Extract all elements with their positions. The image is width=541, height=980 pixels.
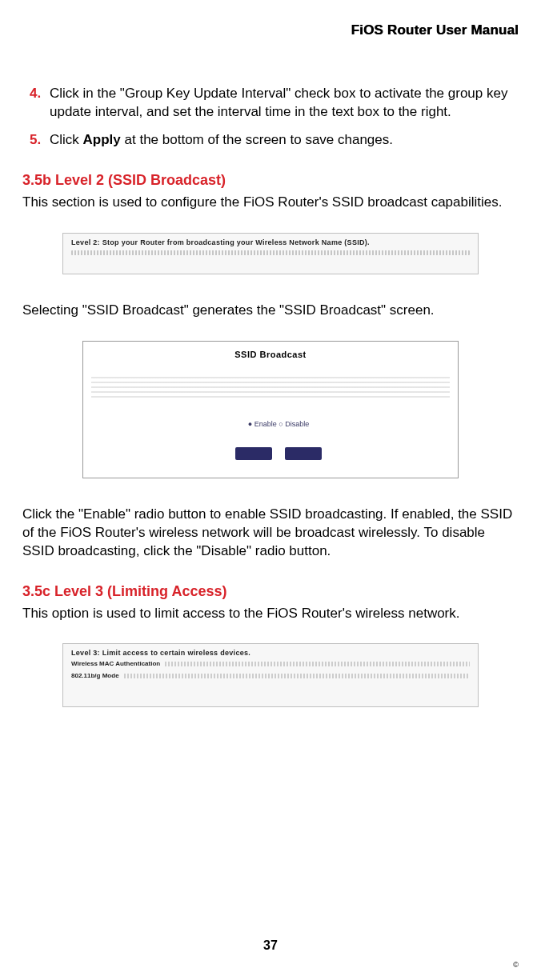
shot3-row2-label: 802.11b/g Mode	[71, 672, 119, 679]
step-list: Click in the "Group Key Update Interval"…	[22, 85, 519, 150]
screenshot-level2-row: Level 2: Stop your Router from broadcast…	[62, 233, 479, 274]
step-5: Click Apply at the bottom of the screen …	[45, 131, 519, 150]
heading-3-5c: 3.5c Level 3 (Limiting Access)	[22, 583, 519, 600]
shot2-buttons	[91, 447, 466, 463]
shot3-row1-label: Wireless MAC Authentication	[71, 660, 160, 667]
caption-ssid: Selecting "SSID Broadcast" generates the…	[22, 302, 519, 320]
shot2-title: SSID Broadcast	[83, 342, 458, 359]
page-number: 37	[0, 938, 541, 953]
step-4-text: Click in the "Group Key Update Interval"…	[50, 86, 507, 119]
step-4: Click in the "Group Key Update Interval"…	[45, 85, 519, 122]
para-enable-disable: Click the "Enable" radio button to enabl…	[22, 506, 519, 561]
step-5-bold: Apply	[83, 132, 121, 147]
shot3-row2-fill	[124, 674, 470, 678]
shot1-line	[71, 250, 470, 255]
step-5-a: Click	[50, 132, 83, 147]
copyright-mark: ©	[513, 961, 519, 969]
shot3-row1-fill	[165, 662, 470, 666]
running-head: FiOS Router User Manual	[22, 22, 519, 38]
intro-3-5b: This section is used to configure the Fi…	[22, 194, 519, 212]
shot3-title: Level 3: Limit access to certain wireles…	[63, 644, 478, 657]
shot1-title: Level 2: Stop your Router from broadcast…	[63, 234, 478, 246]
intro-3-5c: This option is used to limit access to t…	[22, 605, 519, 623]
screenshot-ssid-broadcast: SSID Broadcast ● Enable ○ Disable	[82, 341, 459, 478]
screenshot-level3-row: Level 3: Limit access to certain wireles…	[62, 643, 479, 707]
heading-3-5b: 3.5b Level 2 (SSID Broadcast)	[22, 172, 519, 189]
step-5-b: at the bottom of the screen to save chan…	[121, 132, 393, 147]
shot2-radios: ● Enable ○ Disable	[91, 420, 466, 428]
shot2-paragraph	[91, 375, 450, 398]
